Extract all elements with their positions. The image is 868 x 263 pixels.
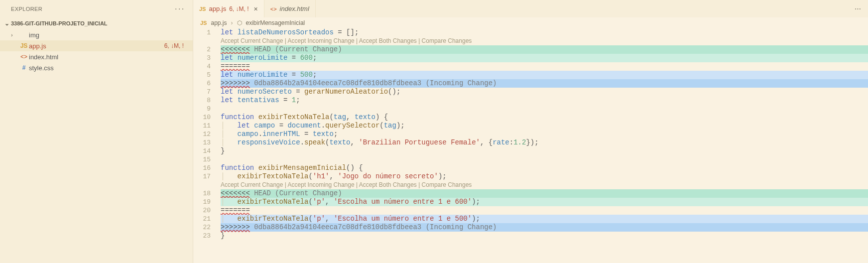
tree-file-appjs[interactable]: JS app.js 6, ↓M, ! [0,40,193,51]
symbol-icon: ⬡ [237,19,242,26]
tree-file-indexhtml[interactable]: <> index.html [0,51,193,62]
breadcrumb-file: app.js [211,19,227,26]
file-tree: › img JS app.js 6, ↓M, ! <> index.html #… [0,29,193,263]
section-label: 3386-GIT-GITHUB-PROJETO_INICIAL [11,20,108,26]
css-icon: # [19,64,29,71]
line-number: 11 [193,122,221,130]
line-number: 10 [193,113,221,122]
explorer-sidebar: EXPLORER · · · ⌄ 3386-GIT-GITHUB-PROJETO… [0,0,193,263]
codelens-actions[interactable]: Accept Current Change | Accept Incoming … [221,181,868,189]
tree-file-stylecss[interactable]: # style.css [0,62,193,73]
tree-item-label: img [29,31,193,39]
tab-label: index.html [280,5,309,12]
editor-area: JS app.js 6, ↓M, ! × <> index.html ⋯ JS … [193,0,868,263]
line-number: 5 [193,71,221,79]
tab-appjs[interactable]: JS app.js 6, ↓M, ! × [193,0,264,17]
breadcrumb-symbol: exibirMensagemInicial [246,19,305,26]
line-number: 12 [193,130,221,138]
line-number: 3 [193,54,221,62]
line-number: 8 [193,96,221,105]
line-number: 16 [193,164,221,172]
code-editor[interactable]: 1let listaDeNumerosSorteados = []; .Acce… [193,28,868,263]
tab-indexhtml[interactable]: <> index.html [264,0,316,17]
more-icon[interactable]: · · · [175,6,184,12]
js-icon: JS [200,20,207,26]
line-number: 14 [193,147,221,155]
line-number: 21 [193,215,221,223]
line-number: 18 [193,189,221,198]
line-number: 22 [193,223,221,232]
line-number: 13 [193,138,221,147]
js-icon: JS [19,42,29,49]
tab-bar: JS app.js 6, ↓M, ! × <> index.html ⋯ [193,0,868,17]
line-number: 17 [193,172,221,181]
line-number: 20 [193,206,221,215]
tab-status: 6, ↓M, ! [229,5,248,12]
codelens-actions[interactable]: Accept Current Change | Accept Incoming … [221,37,868,45]
line-number: 15 [193,155,221,164]
breadcrumb[interactable]: JS app.js › ⬡ exibirMensagemInicial [193,17,868,28]
close-icon[interactable]: × [254,5,258,13]
tree-folder-img[interactable]: › img [0,29,193,40]
explorer-section-header[interactable]: ⌄ 3386-GIT-GITHUB-PROJETO_INICIAL [0,17,193,29]
html-icon: <> [270,6,277,12]
tree-item-label: app.js [29,42,164,50]
editor-tab-actions[interactable]: ⋯ [855,0,868,17]
explorer-actions[interactable]: · · · [172,6,184,12]
line-number: 2 [193,45,221,54]
js-icon: JS [199,6,206,12]
line-number: 19 [193,198,221,206]
tree-item-label: style.css [29,64,193,72]
line-number: 1 [193,28,221,37]
line-number: 7 [193,88,221,96]
chevron-down-icon: ⌄ [3,20,11,27]
line-number: 4 [193,62,221,71]
tree-item-label: index.html [29,53,193,61]
html-icon: <> [19,53,29,60]
line-number: 23 [193,232,221,240]
line-number: 9 [193,105,221,113]
chevron-right-icon: › [11,32,19,38]
tree-item-status: 6, ↓M, ! [164,42,184,49]
explorer-title: EXPLORER [11,6,42,12]
line-number: 6 [193,79,221,88]
tab-label: app.js [209,5,226,12]
chevron-right-icon: › [231,19,233,26]
